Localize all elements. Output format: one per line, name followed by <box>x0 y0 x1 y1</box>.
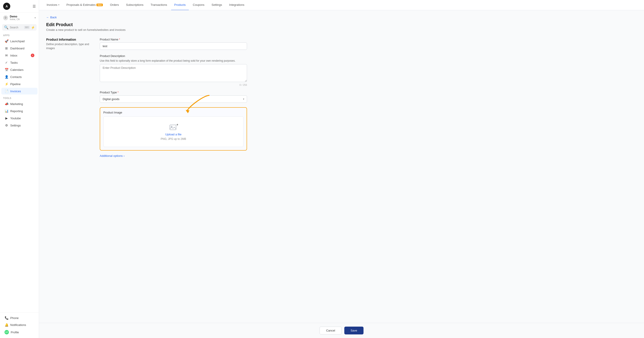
top-navigation: Invoices ▾ Proposals & Estimates New Ord… <box>39 0 644 10</box>
proposals-label: Proposals & Estimates <box>66 3 96 7</box>
phone-icon: 📞 <box>4 316 8 320</box>
form-section-desc: Define product description, type and ima… <box>46 42 91 50</box>
topnav-item-integrations[interactable]: Integrations <box>226 0 248 10</box>
sidebar-item-label: Dashboard <box>10 47 24 50</box>
sidebar-item-tasks[interactable]: ✓ Tasks <box>1 59 38 66</box>
inbox-icon: ✉ <box>4 54 8 57</box>
product-desc-label: Product Description <box>100 54 247 58</box>
save-button[interactable]: Save <box>344 326 364 334</box>
form-footer: Cancel Save <box>39 323 644 338</box>
form-section-info: Product Information Define product descr… <box>46 38 91 165</box>
sidebar-item-label: Settings <box>10 124 21 127</box>
form-layout: Product Information Define product descr… <box>46 38 247 165</box>
product-type-select-wrapper: Digital goods Physical goods Service ▾ <box>100 95 247 103</box>
topnav-item-orders[interactable]: Orders <box>107 0 122 10</box>
search-label: Search <box>10 26 23 29</box>
sidebar-item-label: Profile <box>11 331 19 334</box>
sidebar-item-settings[interactable]: ⚙ Settings <box>1 122 38 129</box>
settings-icon: ⚙ <box>4 123 8 127</box>
sidebar-item-label: Pipeline <box>10 82 20 86</box>
cancel-button[interactable]: Cancel <box>320 326 342 334</box>
sidebar-item-marketing[interactable]: 📣 Marketing <box>1 101 38 107</box>
required-indicator: * <box>117 91 118 94</box>
topnav-item-transactions[interactable]: Transactions <box>148 0 170 10</box>
product-image-box: Product Image + Upload a file PNG, JPG u… <box>100 107 247 150</box>
upload-plus-icon: + <box>176 123 178 126</box>
topnav-item-products[interactable]: Products <box>171 0 189 10</box>
chevron-right-icon: › <box>124 154 124 157</box>
product-type-label: Product Type * <box>100 91 247 94</box>
notifications-icon: 🔔 <box>4 323 8 326</box>
sidebar-item-label: Launchpad <box>10 40 24 43</box>
sidebar-item-label: Marketing <box>10 102 23 106</box>
sidebar-item-notifications[interactable]: 🔔 Notifications <box>1 321 38 328</box>
sidebar-header: A ☰ <box>0 0 39 13</box>
apps-section-label: Apps <box>0 32 39 38</box>
sidebar-item-calendars[interactable]: 📅 Calendars <box>1 66 38 73</box>
svg-rect-0 <box>170 125 176 130</box>
sidebar-item-label: Phone <box>10 316 19 320</box>
product-desc-group: Product Description Use this field to op… <box>100 54 247 86</box>
topnav-item-coupons[interactable]: Coupons <box>190 0 208 10</box>
page-content: ← Back Edit Product Create a new product… <box>39 10 644 323</box>
topnav-item-settings[interactable]: Settings <box>208 0 225 10</box>
sidebar-item-label: Inbox <box>10 54 18 57</box>
pipeline-icon: ⚡ <box>4 82 8 86</box>
sidebar-item-label: Reporting <box>10 109 23 113</box>
sidebar-item-inbox[interactable]: ✉ Inbox 0 <box>1 52 38 59</box>
topnav-item-invoices[interactable]: Invoices ▾ <box>44 0 62 10</box>
dashboard-icon: ⊞ <box>4 47 8 50</box>
product-image-label: Product Image <box>103 111 244 114</box>
contacts-icon: 👤 <box>4 75 8 79</box>
sidebar: A ☰ D Demo Irvine, CA ▾ 🔍 Search ⌘K ⚡ Ap… <box>0 0 39 338</box>
sidebar-item-contacts[interactable]: 👤 Contacts <box>1 74 38 80</box>
profile-avatar: GP <box>4 330 9 334</box>
product-desc-textarea[interactable] <box>100 64 247 82</box>
sidebar-bottom: 📞 Phone 🔔 Notifications GP Profile <box>0 312 39 338</box>
sidebar-item-label: Contacts <box>10 75 22 79</box>
back-arrow-icon: ← <box>46 16 49 19</box>
search-bar[interactable]: 🔍 Search ⌘K ⚡ <box>2 24 36 31</box>
sidebar-item-label: Invoices <box>10 90 21 93</box>
product-type-select[interactable]: Digital goods Physical goods Service <box>100 95 247 103</box>
avatar: D <box>3 16 8 20</box>
sidebar-item-pipeline[interactable]: ⚡ Pipeline <box>1 81 38 87</box>
menu-icon[interactable]: ☰ <box>32 4 36 9</box>
chevron-down-icon: ▾ <box>34 17 36 19</box>
sidebar-item-youtube[interactable]: ▶ Youtube <box>1 115 38 121</box>
upload-file-link[interactable]: Upload a file <box>165 133 182 136</box>
marketing-icon: 📣 <box>4 102 8 106</box>
product-desc-subtitle: Use this field to optionally store a lon… <box>100 59 247 63</box>
tasks-icon: ✓ <box>4 61 8 64</box>
sidebar-item-dashboard[interactable]: ⊞ Dashboard <box>1 45 38 52</box>
upload-hint: PNG, JPG up to 2MB <box>161 137 186 140</box>
sidebar-item-label: Notifications <box>10 323 26 326</box>
lightning-icon[interactable]: ⚡ <box>31 26 35 29</box>
topnav-item-proposals[interactable]: Proposals & Estimates New <box>63 0 106 10</box>
new-badge: New <box>96 4 103 6</box>
sidebar-item-label: Youtube <box>10 117 21 120</box>
page-subtitle: Create a new product to sell on funnels/… <box>46 28 637 32</box>
chevron-down-icon: ▾ <box>58 4 59 6</box>
sidebar-item-profile[interactable]: GP Profile <box>1 328 38 336</box>
account-name: Demo <box>10 15 33 18</box>
calendars-icon: 📅 <box>4 68 8 72</box>
back-link[interactable]: ← Back <box>46 16 637 19</box>
form-fields: Product Name * Product Description Use t… <box>100 38 247 165</box>
topnav-item-subscriptions[interactable]: Subscriptions <box>123 0 146 10</box>
sidebar-item-label: Tasks <box>10 61 18 64</box>
sidebar-item-invoices[interactable]: 📄 Invoices <box>1 88 38 94</box>
product-name-input[interactable] <box>100 43 247 50</box>
sidebar-item-launchpad[interactable]: 🚀 Launchpad <box>1 38 38 45</box>
sidebar-logo: A <box>3 3 10 10</box>
upload-area[interactable]: + Upload a file PNG, JPG up to 2MB <box>103 116 244 147</box>
form-section-title: Product Information <box>46 38 91 41</box>
sidebar-item-phone[interactable]: 📞 Phone <box>1 314 38 321</box>
launchpad-icon: 🚀 <box>4 39 8 43</box>
additional-options-link[interactable]: Additional options › <box>100 154 247 157</box>
main-content: Invoices ▾ Proposals & Estimates New Ord… <box>39 0 644 338</box>
sidebar-item-label: Calendars <box>10 68 24 72</box>
sidebar-item-reporting[interactable]: 📊 Reporting <box>1 108 38 114</box>
account-location: Irvine, CA <box>10 18 33 21</box>
sidebar-account[interactable]: D Demo Irvine, CA ▾ <box>0 13 39 23</box>
